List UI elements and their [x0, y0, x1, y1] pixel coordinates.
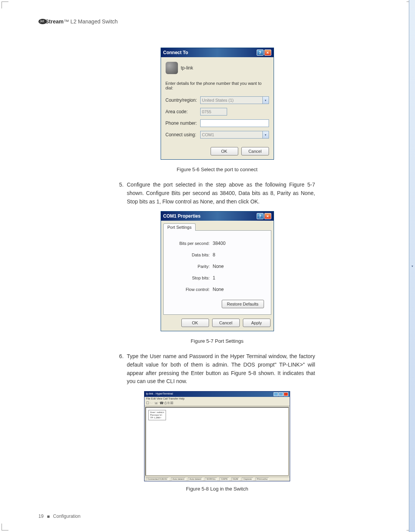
terminal-title-text: tp-link - HyperTerminal: [146, 392, 173, 396]
stop-bits-value: 1: [213, 275, 216, 281]
figure-caption-5-7: Figure 5-7 Port Settings: [119, 338, 315, 344]
crop-mark: [2, 2, 8, 8]
console-line: TP-LINK>: [150, 416, 164, 419]
ok-button[interactable]: OK: [211, 147, 238, 155]
trademark: ™: [63, 18, 69, 25]
connect-using-value: COM1: [202, 132, 214, 137]
close-icon[interactable]: ×: [264, 213, 271, 219]
flow-control-label: Flow control:: [171, 287, 213, 292]
bps-value: 38400: [213, 241, 226, 246]
parity-label: Parity:: [171, 264, 213, 269]
hyperterminal-window: tp-link - HyperTerminal File Edit View C…: [144, 391, 290, 481]
dialog-instruction: Enter details for the phone number that …: [166, 81, 269, 90]
console-line: Password:: [150, 414, 164, 416]
connect-using-select[interactable]: COM1 ▾: [200, 131, 269, 139]
brand-name: Stream: [45, 18, 63, 25]
status-num: NUM: [231, 477, 240, 481]
phone-input[interactable]: [200, 119, 269, 127]
minimize-icon[interactable]: [274, 392, 278, 396]
connection-icon: [166, 62, 178, 74]
crop-mark: [2, 524, 8, 530]
dialog-title-text: COM1 Properties: [163, 213, 201, 219]
page-header: Stream™ L2 Managed Switch: [38, 18, 388, 25]
status-printecho: Print echo: [256, 477, 269, 481]
step-5-text: Configure the port selected in the step …: [119, 181, 315, 206]
country-value: United States (1): [202, 98, 234, 102]
dialog-title-text: Connect To: [163, 50, 188, 55]
flow-control-value: None: [213, 287, 224, 292]
apply-button[interactable]: Apply: [243, 319, 271, 327]
data-bits-select[interactable]: 8 ▾: [213, 252, 216, 258]
area-code-value: 0755: [202, 109, 211, 114]
cancel-button[interactable]: Cancel: [212, 319, 240, 327]
terminal-console[interactable]: User:admin Password: TP-LINK>: [145, 407, 289, 476]
cancel-button[interactable]: Cancel: [241, 147, 269, 155]
stop-bits-select[interactable]: 1 ▾: [213, 275, 216, 281]
parity-select[interactable]: None ▾: [213, 264, 224, 269]
data-bits-label: Data bits:: [171, 253, 213, 257]
close-icon[interactable]: ×: [264, 50, 271, 56]
footer-section: Configuration: [53, 514, 80, 519]
flow-control-select[interactable]: None ▾: [213, 287, 224, 292]
bps-label: Bits per second:: [171, 241, 213, 246]
help-icon[interactable]: ?: [257, 50, 264, 56]
close-icon[interactable]: [284, 392, 288, 396]
step-6-text: Type the User name and Password in the H…: [119, 352, 315, 386]
terminal-titlebar: tp-link - HyperTerminal: [144, 392, 290, 397]
figure-caption-5-8: Figure 5-8 Log in the Switch: [119, 486, 315, 492]
bps-select[interactable]: 38400 ▾: [213, 241, 226, 246]
console-line: User:admin: [150, 411, 164, 414]
status-scroll: SCROLL: [205, 477, 217, 481]
figure-caption-5-6: Figure 5-6 Select the port to connect: [119, 167, 315, 172]
product-name: L2 Managed Switch: [69, 18, 118, 25]
country-label: Country/region:: [166, 97, 200, 103]
terminal-statusbar: Connected 0:26:01 Auto detect Auto detec…: [144, 477, 290, 481]
dialog-titlebar: Connect To ? ×: [161, 48, 274, 57]
connect-using-label: Connect using:: [166, 132, 200, 137]
tab-port-settings[interactable]: Port Settings: [163, 223, 196, 231]
dialog-titlebar: COM1 Properties ? ×: [161, 211, 274, 221]
maximize-icon[interactable]: [279, 392, 283, 396]
area-code-label: Area code:: [166, 109, 200, 114]
connection-name: tp-link: [181, 65, 193, 71]
footer-separator-icon: [47, 515, 50, 518]
status-capture: Capture: [242, 477, 253, 481]
status-caps: CAPS: [219, 477, 229, 481]
chevron-down-icon[interactable]: ▾: [409, 0, 415, 532]
status-connected: Connected 0:26:01: [146, 477, 169, 481]
terminal-toolbar[interactable]: ☐ ☞ ☏ ☎ ⎙ ⎘ ☒: [144, 400, 290, 406]
status-autodetect: Auto detect: [171, 477, 186, 481]
com1-properties-dialog: COM1 Properties ? × Port Settings Bits p…: [161, 211, 274, 331]
data-bits-value: 8: [213, 252, 216, 258]
terminal-menu[interactable]: File Edit View Call Transfer Help: [144, 397, 290, 400]
country-select[interactable]: United States (1) ▾: [200, 96, 269, 104]
stop-bits-label: Stop bits:: [171, 276, 213, 280]
area-code-input[interactable]: 0755: [200, 108, 227, 116]
help-icon[interactable]: ?: [257, 213, 264, 219]
page-footer: 19 Configuration: [38, 514, 80, 519]
page-number: 19: [38, 514, 43, 519]
connect-to-dialog: Connect To ? × tp-link Enter details for…: [161, 48, 274, 160]
restore-defaults-button[interactable]: Restore Defaults: [222, 300, 264, 308]
parity-value: None: [213, 264, 224, 269]
phone-label: Phone number:: [166, 121, 200, 126]
chevron-down-icon[interactable]: ▾: [262, 131, 269, 138]
status-autodetect2: Auto detect: [188, 477, 203, 481]
ok-button[interactable]: OK: [181, 319, 209, 327]
chevron-down-icon[interactable]: ▾: [262, 97, 269, 104]
